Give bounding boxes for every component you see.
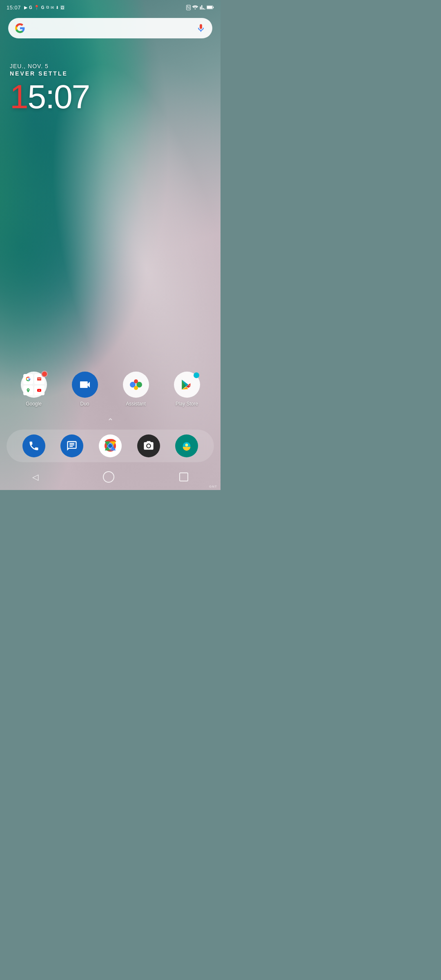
google-logo-icon bbox=[15, 23, 25, 33]
svg-rect-2 bbox=[213, 7, 214, 8]
svg-point-11 bbox=[108, 444, 112, 448]
status-time: 15:07 bbox=[7, 4, 21, 11]
play-notification-icon: ▶ bbox=[24, 5, 27, 10]
status-icons-right: N bbox=[186, 4, 214, 10]
copy-notification-icon: ⧉ bbox=[46, 5, 49, 10]
nfc-icon: N bbox=[186, 5, 191, 10]
play-store-triangle-icon bbox=[180, 378, 194, 392]
duo-label: Duo bbox=[80, 401, 89, 407]
google-notification-icon: G bbox=[29, 5, 32, 10]
svg-point-13 bbox=[185, 443, 188, 446]
signal-icon bbox=[200, 4, 205, 10]
status-icons-left: ▶ G 📍 G ⧉ ✉ ⬇ 🖼 bbox=[24, 5, 65, 10]
messages-icon bbox=[66, 440, 78, 452]
google-folder-app[interactable]: Google bbox=[21, 372, 47, 407]
messages-dock-icon[interactable] bbox=[60, 434, 83, 457]
back-button[interactable]: ◁ bbox=[32, 472, 38, 482]
chrome-icon bbox=[103, 439, 117, 453]
phone-icon bbox=[28, 440, 40, 452]
play-store-label: Play Store bbox=[176, 401, 198, 407]
battery-icon bbox=[207, 5, 214, 10]
play-store-app[interactable]: Play Store bbox=[174, 372, 200, 407]
date-display: JEU., NOV. 5 bbox=[10, 63, 211, 69]
svg-point-6 bbox=[134, 386, 138, 390]
search-bar-container bbox=[0, 13, 220, 38]
play-store-icon[interactable] bbox=[174, 372, 200, 398]
swipe-chevron-icon: ⌃ bbox=[107, 416, 114, 426]
clock-hour-first-digit: 1 bbox=[10, 80, 28, 114]
swipe-indicator[interactable]: ⌃ bbox=[0, 413, 220, 430]
dock bbox=[7, 430, 214, 462]
microphone-icon[interactable] bbox=[196, 23, 206, 33]
camera-dock-icon[interactable] bbox=[137, 434, 160, 457]
phone-dock-icon[interactable] bbox=[22, 434, 45, 457]
assistant-app[interactable]: Assistant bbox=[123, 372, 149, 407]
recents-button[interactable] bbox=[179, 472, 188, 481]
google2-notification-icon: G bbox=[41, 5, 45, 10]
wifi-icon bbox=[192, 4, 198, 10]
assistant-dots-icon bbox=[129, 377, 143, 392]
download-notification-icon: ⬇ bbox=[56, 5, 59, 10]
duo-app[interactable]: Duo bbox=[72, 372, 98, 407]
folder-mini-youtube-icon bbox=[34, 385, 45, 396]
folder-mini-google-icon bbox=[23, 374, 33, 384]
mail-notification-icon: ✉ bbox=[51, 5, 54, 10]
chrome-dock-icon[interactable] bbox=[99, 434, 122, 457]
svg-rect-1 bbox=[207, 6, 212, 9]
duo-video-icon bbox=[78, 378, 91, 391]
clock-remaining: 5:07 bbox=[28, 80, 90, 114]
assistant-icon[interactable] bbox=[123, 372, 149, 398]
tagline-display: NEVER SETTLE bbox=[10, 70, 211, 77]
google-folder-label: Google bbox=[26, 401, 42, 407]
files-dock-icon[interactable] bbox=[175, 434, 198, 457]
watermark: GNT bbox=[209, 485, 217, 488]
play-store-badge bbox=[194, 372, 199, 378]
home-button[interactable] bbox=[103, 471, 114, 483]
date-clock-area: JEU., NOV. 5 NEVER SETTLE 1 5:07 bbox=[0, 38, 220, 114]
svg-point-5 bbox=[134, 379, 138, 383]
camera-icon bbox=[143, 440, 154, 452]
files-icon bbox=[181, 440, 192, 452]
nav-bar: ◁ bbox=[0, 467, 220, 490]
status-bar: 15:07 ▶ G 📍 G ⧉ ✉ ⬇ 🖼 N bbox=[0, 0, 220, 13]
assistant-label: Assistant bbox=[126, 401, 146, 407]
folder-badge bbox=[41, 371, 48, 377]
google-folder-icon[interactable] bbox=[21, 372, 47, 398]
clock-display: 1 5:07 bbox=[10, 80, 211, 114]
image-notification-icon: 🖼 bbox=[60, 5, 65, 10]
app-row: Google Duo Assistant bbox=[0, 372, 220, 407]
folder-mini-maps-icon bbox=[23, 385, 33, 396]
duo-icon[interactable] bbox=[72, 372, 98, 398]
location-notification-icon: 📍 bbox=[34, 5, 40, 10]
search-bar[interactable] bbox=[8, 18, 212, 38]
